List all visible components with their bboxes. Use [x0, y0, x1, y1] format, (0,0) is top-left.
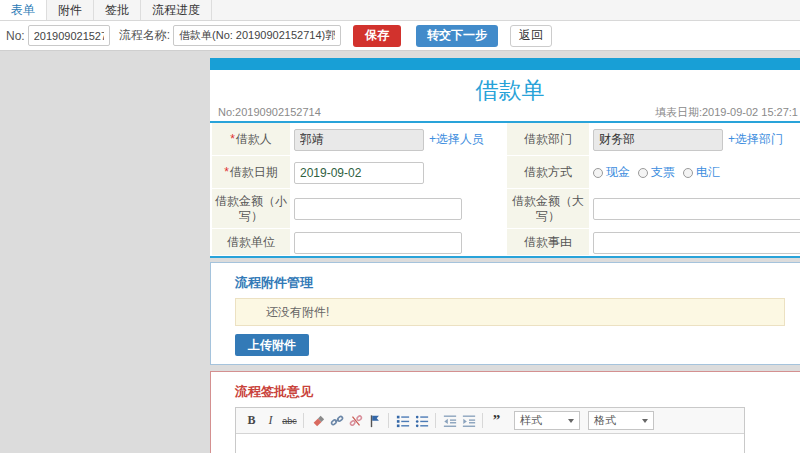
amount-upper-label: 借款金额（大写）	[507, 189, 589, 229]
loan-method-label: 借款方式	[507, 156, 589, 189]
italic-icon[interactable]: I	[261, 411, 280, 430]
loan-form-table: *借款人 +选择人员 借款部门 +选择部门 *借款日期	[210, 123, 800, 256]
toolbar-separator	[388, 413, 389, 428]
department-label: 借款部门	[507, 123, 589, 156]
bold-icon[interactable]: B	[242, 411, 261, 430]
loan-unit-label: 借款单位	[212, 229, 290, 256]
rich-text-editor: B I abc	[235, 407, 745, 453]
amount-lower-label: 借款金额（小写）	[212, 189, 290, 229]
loan-reason-label: 借款事由	[507, 229, 589, 256]
indent-icon[interactable]	[459, 411, 478, 430]
strikethrough-icon[interactable]: abc	[280, 411, 299, 430]
department-input[interactable]	[593, 129, 723, 151]
tab-form[interactable]: 表单	[0, 0, 47, 20]
loan-method-options: 现金 支票 电汇	[589, 156, 800, 189]
back-button[interactable]: 返回	[510, 25, 552, 47]
flow-name-input[interactable]	[173, 25, 341, 46]
loan-date-input[interactable]	[294, 162, 424, 184]
attachments-heading: 流程附件管理	[235, 275, 785, 290]
toolbar-separator	[435, 413, 436, 428]
unlink-icon[interactable]	[346, 411, 365, 430]
form-no-text: No:20190902152714	[218, 106, 321, 119]
loan-date-label: *借款日期	[212, 156, 290, 189]
amount-lower-input[interactable]	[294, 198, 462, 220]
approval-panel: 流程签批意见 B I abc	[210, 371, 800, 453]
form-row-amounts: 借款金额（小写） 借款金额（大写）	[212, 189, 800, 229]
attachments-panel: 流程附件管理 还没有附件! 上传附件	[210, 262, 800, 365]
tab-approval[interactable]: 签批	[94, 0, 141, 20]
flow-name-label: 流程名称:	[119, 27, 170, 44]
styles-select[interactable]: 样式	[514, 411, 580, 430]
editor-toolbar: B I abc	[236, 408, 744, 434]
form-row-unit-reason: 借款单位 借款事由	[212, 229, 800, 256]
upload-attachment-button[interactable]: 上传附件	[235, 334, 309, 356]
no-input[interactable]	[28, 25, 110, 46]
loan-reason-input[interactable]	[593, 232, 800, 254]
format-select[interactable]: 格式	[588, 411, 654, 430]
select-person-link[interactable]: +选择人员	[429, 131, 484, 148]
remove-format-icon[interactable]	[308, 411, 327, 430]
no-attachments-notice: 还没有附件!	[235, 298, 785, 326]
chevron-down-icon	[642, 419, 648, 423]
no-label: No:	[6, 29, 25, 43]
radio-cheque[interactable]: 支票	[638, 164, 675, 181]
radio-wire[interactable]: 电汇	[683, 164, 720, 181]
form-title: 借款单	[210, 70, 800, 106]
tab-bar: 表单 附件 签批 流程进度	[0, 0, 800, 21]
outdent-icon[interactable]	[440, 411, 459, 430]
form-date-text: 填表日期:2019-09-02 15:27:1	[655, 106, 798, 119]
forward-next-step-button[interactable]: 转交下一步	[416, 25, 498, 47]
select-department-link[interactable]: +选择部门	[728, 131, 783, 148]
chevron-down-icon	[568, 419, 574, 423]
toolbar-separator	[303, 413, 304, 428]
radio-cheque-dot[interactable]	[638, 168, 648, 178]
loan-unit-input[interactable]	[294, 232, 462, 254]
form-row-date-method: *借款日期 借款方式 现金 支票 电汇	[212, 156, 800, 189]
loan-form-panel: 借款单 No:20190902152714 填表日期:2019-09-02 15…	[210, 58, 800, 258]
form-row-borrower: *借款人 +选择人员 借款部门 +选择部门	[212, 123, 800, 156]
styles-select-label: 样式	[520, 413, 542, 428]
save-button[interactable]: 保存	[353, 25, 401, 47]
tab-attachments[interactable]: 附件	[47, 0, 94, 20]
format-select-label: 格式	[594, 413, 616, 428]
borrower-label: *借款人	[212, 123, 290, 156]
approval-heading: 流程签批意见	[235, 384, 785, 399]
borrower-input[interactable]	[294, 129, 424, 151]
editor-content-area[interactable]	[236, 434, 744, 453]
flag-icon[interactable]	[365, 411, 384, 430]
toolbar: No: 流程名称: 保存 转交下一步 返回	[0, 21, 800, 51]
link-icon[interactable]	[327, 411, 346, 430]
radio-cash-dot[interactable]	[593, 168, 603, 178]
blockquote-icon[interactable]: ”	[487, 411, 506, 430]
toolbar-separator	[482, 413, 483, 428]
amount-upper-input[interactable]	[593, 198, 800, 220]
form-header-bar	[210, 58, 800, 70]
content-area: 借款单 No:20190902152714 填表日期:2019-09-02 15…	[0, 51, 800, 452]
radio-wire-dot[interactable]	[683, 168, 693, 178]
tab-progress[interactable]: 流程进度	[141, 0, 212, 20]
form-meta-row: No:20190902152714 填表日期:2019-09-02 15:27:…	[210, 106, 800, 121]
radio-cash[interactable]: 现金	[593, 164, 630, 181]
ordered-list-icon[interactable]	[393, 411, 412, 430]
unordered-list-icon[interactable]	[412, 411, 431, 430]
